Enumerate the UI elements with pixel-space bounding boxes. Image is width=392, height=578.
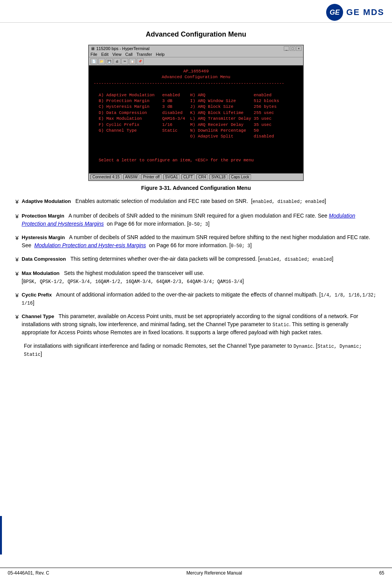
figure-caption: Figure 3-31. Advanced Configuration Menu	[15, 185, 377, 191]
bullet-5: ¥	[15, 270, 18, 285]
company-name: GE MDS	[346, 7, 384, 17]
options-adaptive-modulation: enabled, disabled; enabled	[253, 199, 325, 204]
list-item-max-modulation: ¥ Max Modulation Sets the highest modula…	[15, 269, 377, 285]
term-protection-margin: Protection Margin	[22, 213, 64, 219]
term-data-compression: Data Compression	[22, 256, 66, 262]
terminal-blank4	[94, 151, 298, 157]
terminal-menubar: File Edit View Call Transfer Help	[89, 52, 303, 57]
status-caps: Caps Lock	[229, 174, 251, 179]
list-content-5: Max Modulation Sets the highest modulati…	[22, 269, 377, 285]
term-channel-type: Channel Type	[22, 313, 54, 319]
toolbar-copy[interactable]: 📋	[129, 58, 136, 64]
page-header: GE GE MDS	[0, 0, 392, 23]
terminal-titlebar-left: 🖥 115200 bps - HyperTerminal	[90, 46, 149, 51]
options-protection: 0-50; 3	[189, 222, 208, 227]
footer-right: 65	[379, 570, 384, 576]
terminal-row-5: E) Max Modulation QAM16-3/4 L) ARQ Trans…	[94, 116, 298, 122]
options-hysteresis: 0-50; 3	[231, 243, 250, 249]
ge-logo: GE GE MDS	[326, 4, 384, 21]
toolbar-paste[interactable]: 📌	[137, 58, 144, 64]
list-item-cyclic-prefix: ¥ Cyclic Prefix Amount of additional inf…	[15, 291, 377, 307]
toolbar-print[interactable]: 🖨	[114, 58, 121, 64]
terminal-body: AP_1655469 Advanced Configuration Menu -…	[89, 65, 303, 173]
main-content: Advanced Configuration Menu 🖥 115200 bps…	[0, 23, 392, 379]
menu-transfer[interactable]: Transfer	[136, 52, 152, 57]
bullet-7: ¥	[15, 313, 18, 337]
menu-view[interactable]: View	[112, 52, 122, 57]
toolbar-open[interactable]: 📁	[98, 58, 105, 64]
options-cyclic-prefix: 1/4, 1/8, 1/16,1/32; 1/16	[22, 293, 376, 306]
terminal-row-2: B) Protection Margin 3 dB I) ARQ Window …	[94, 98, 298, 104]
footer-left: 05-4446A01, Rev. C	[8, 570, 49, 576]
code-static: Static	[272, 322, 289, 328]
status-printer: Printer off	[141, 174, 161, 179]
terminal-icon: 🖥	[90, 46, 95, 51]
maximize-button[interactable]: □	[290, 46, 295, 51]
bullet-4: ¥	[15, 255, 18, 264]
toolbar-save[interactable]: 💾	[106, 58, 113, 64]
status-cr4: CR4	[196, 174, 208, 179]
side-bar-indicator	[0, 516, 2, 555]
terminal-row-3: C) Hysteresis Margin 3 dB J) ARQ Block S…	[94, 104, 298, 110]
bullet-3: ¥	[15, 234, 18, 250]
channel-type-extra-para: For installations with significant inter…	[24, 342, 377, 358]
list-content-6: Cyclic Prefix Amount of additional infor…	[22, 291, 377, 307]
list-content-3: Hysteresis Margin A number of decibels o…	[22, 233, 377, 250]
options-max-modulation: BPSK, QPSK-1/2, QPSK-3/4, 16QAM-1/2, 16Q…	[23, 279, 242, 285]
status-clft: CLFT	[181, 174, 195, 179]
list-item-protection-margin: ¥ Protection Margin A number of decibels…	[15, 212, 377, 228]
status-svkl: SVKL18	[209, 174, 228, 179]
toolbar-cut[interactable]: ✂	[121, 58, 128, 64]
minimize-button[interactable]: _	[284, 46, 289, 51]
terminal-row-8: O) Adaptive Split disabled	[94, 134, 298, 139]
terminal-window: 🖥 115200 bps - HyperTerminal _ □ × File …	[88, 45, 304, 181]
page-footer: 05-4446A01, Rev. C Mercury Reference Man…	[0, 568, 392, 578]
list-item-data-compression: ¥ Data Compression This setting determin…	[15, 255, 377, 264]
close-button[interactable]: ×	[296, 46, 302, 51]
status-ansiw: ANSIW	[123, 174, 140, 179]
terminal-toolbar: 📄 📁 💾 🖨 ✂ 📋 📌	[89, 57, 303, 65]
page-title: Advanced Configuration Menu	[15, 30, 377, 39]
terminal-row-6: F) Cyclic Prefix 1/16 M) ARQ Receiver De…	[94, 122, 298, 128]
term-cyclic-prefix: Cyclic Prefix	[22, 292, 52, 298]
terminal-titlebar: 🖥 115200 bps - HyperTerminal _ □ ×	[89, 45, 303, 52]
terminal-row-4: D) Data Compression disabled K) ARQ Bloc…	[94, 110, 298, 116]
svg-text:GE: GE	[330, 8, 340, 16]
list-content-7: Channel Type This parameter, available o…	[22, 312, 377, 337]
terminal-prompt: Select a letter to configure an item, <E…	[94, 157, 298, 163]
list-content-1: Adaptive Modulation Enables automatic se…	[22, 197, 377, 206]
bullet-1: ¥	[15, 198, 18, 206]
bullet-2: ¥	[15, 212, 18, 228]
menu-help[interactable]: Help	[156, 52, 165, 57]
code-dynamic: Dynamic	[293, 344, 313, 349]
terminal-title: 115200 bps - HyperTerminal	[96, 46, 149, 51]
terminal-row-7: G) Channel Type Static N) Downlink Perce…	[94, 128, 298, 134]
terminal-blank1	[94, 86, 298, 92]
menu-file[interactable]: File	[90, 52, 97, 57]
terminal-heading2: Advanced Configuration Menu	[94, 74, 298, 80]
list-item-hysteresis-margin: ¥ Hysteresis Margin A number of decibels…	[15, 233, 377, 250]
terminal-row-1: A) Adaptive Modulation enabled H) ARQ en…	[94, 92, 298, 98]
content-list: ¥ Adaptive Modulation Enables automatic …	[15, 197, 377, 337]
terminal-separator: ----------------------------------------…	[94, 80, 298, 86]
list-item-channel-type: ¥ Channel Type This parameter, available…	[15, 312, 377, 337]
terminal-blank2	[94, 140, 298, 146]
menu-edit[interactable]: Edit	[101, 52, 109, 57]
link-hysteresis[interactable]: Modulation Protection and Hyster-esis Ma…	[34, 242, 146, 248]
toolbar-new[interactable]: 📄	[90, 58, 97, 64]
status-svga: SVGA1	[163, 174, 180, 179]
bullet-6: ¥	[15, 291, 18, 307]
term-hysteresis-margin: Hysteresis Margin	[22, 235, 65, 240]
menu-call[interactable]: Call	[125, 52, 132, 57]
terminal-heading1: AP_1655469	[94, 69, 298, 74]
ge-emblem: GE	[326, 4, 343, 21]
terminal-titlebar-buttons: _ □ ×	[284, 46, 302, 51]
footer-center: Mercury Reference Manual	[186, 570, 242, 576]
list-item-adaptive-modulation: ¥ Adaptive Modulation Enables automatic …	[15, 197, 377, 206]
options-compression: enabled, disabled; enabled	[260, 257, 332, 262]
term-max-modulation: Max Modulation	[22, 270, 59, 276]
list-content-4: Data Compression This setting determines…	[22, 255, 377, 264]
status-connected: Connected 4:15	[90, 174, 122, 179]
terminal-blank3	[94, 146, 298, 151]
term-adaptive-modulation: Adaptive Modulation	[22, 198, 71, 204]
